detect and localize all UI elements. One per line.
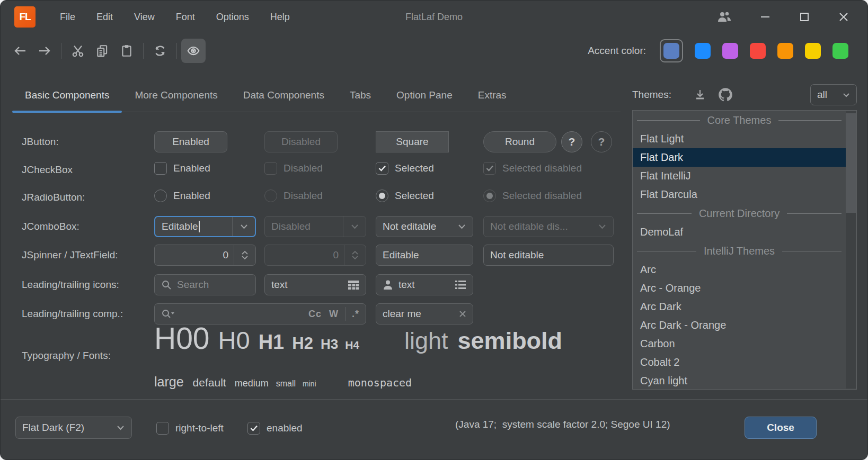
search-field[interactable]: Search: [154, 274, 256, 295]
checkbox-box: [264, 162, 277, 175]
enabled-checkbox[interactable]: enabled: [247, 422, 303, 435]
menu-font[interactable]: Font: [165, 7, 206, 27]
accent-swatch-selected[interactable]: [660, 39, 683, 62]
copy-icon[interactable]: [90, 39, 114, 63]
menu-edit[interactable]: Edit: [86, 7, 123, 27]
tab-option-pane[interactable]: Option Pane: [384, 79, 465, 112]
search-dropdown-icon[interactable]: [161, 309, 176, 319]
accent-swatch[interactable]: [722, 43, 738, 59]
enabled-button[interactable]: Enabled: [154, 131, 227, 152]
radio-circle[interactable]: [376, 190, 388, 202]
semibold-sample: semibold: [458, 327, 563, 355]
paste-icon[interactable]: [114, 39, 139, 63]
table-icon[interactable]: [348, 280, 359, 290]
combobox-disabled: Disabled: [264, 216, 366, 237]
textfield-value: Not editable: [490, 249, 544, 261]
typography-label: Typography / Fonts:: [22, 350, 111, 362]
round-button[interactable]: Round: [483, 131, 556, 152]
large-sample: large: [154, 374, 184, 390]
tab-tabs[interactable]: Tabs: [337, 79, 384, 112]
combobox-value: Not editable dis...: [484, 221, 591, 232]
text-field-person-list[interactable]: text: [376, 274, 473, 295]
accent-swatch[interactable]: [695, 43, 711, 59]
radio-circle[interactable]: [154, 190, 167, 202]
checkbox-label: Enabled: [173, 163, 210, 174]
laf-combobox-value[interactable]: Flat Dark (F2): [16, 422, 109, 434]
window-controls: [717, 11, 849, 23]
radio-enabled[interactable]: Enabled: [154, 190, 210, 202]
menu-help[interactable]: Help: [260, 7, 300, 27]
accent-swatch[interactable]: [832, 43, 848, 59]
combobox-editable[interactable]: Editable: [154, 216, 256, 237]
square-button[interactable]: Square: [376, 131, 449, 152]
forward-icon[interactable]: [32, 39, 57, 63]
chevron-down-icon[interactable]: [450, 217, 473, 237]
accent-swatch[interactable]: [805, 43, 821, 59]
back-icon[interactable]: [8, 39, 32, 63]
close-button[interactable]: Close: [745, 417, 817, 439]
checkbox-selected[interactable]: Selected: [376, 162, 434, 175]
tab-data-components[interactable]: Data Components: [231, 79, 337, 112]
whole-word-button[interactable]: W: [329, 309, 339, 320]
radio-selected[interactable]: Selected: [376, 190, 434, 202]
chevron-down-icon[interactable]: [109, 417, 131, 438]
checkbox-box[interactable]: [376, 162, 388, 175]
jbutton-label: JButton:: [22, 136, 59, 148]
text-field-table-icon[interactable]: text: [264, 274, 366, 295]
help-button[interactable]: ?: [561, 131, 582, 152]
checkbox-box[interactable]: [156, 422, 169, 435]
match-case-button[interactable]: Cc: [308, 309, 322, 320]
textfield-editable[interactable]: Editable: [376, 245, 473, 266]
spinner-disabled: 0: [264, 245, 366, 266]
github-icon[interactable]: [718, 87, 733, 102]
combobox-value[interactable]: Editable: [155, 221, 232, 233]
minimize-icon[interactable]: [759, 11, 771, 23]
textfield-value[interactable]: clear me: [383, 308, 421, 320]
rtl-checkbox[interactable]: right-to-left: [156, 422, 224, 435]
accent-swatch[interactable]: [750, 43, 766, 59]
list-icon[interactable]: [455, 280, 466, 290]
themes-filter-combo[interactable]: all: [810, 84, 857, 105]
search-icon: [161, 279, 172, 290]
clear-icon[interactable]: [459, 310, 466, 318]
close-icon[interactable]: [838, 11, 849, 23]
spinner-value[interactable]: 0: [155, 249, 234, 261]
download-icon[interactable]: [694, 88, 706, 101]
textfield-value[interactable]: Editable: [383, 249, 419, 261]
accent-swatch[interactable]: [777, 43, 793, 59]
combobox-not-editable[interactable]: Not editable: [376, 216, 473, 237]
menu-options[interactable]: Options: [206, 7, 260, 27]
spinner-up-down-icon[interactable]: [234, 245, 255, 265]
textfield-value[interactable]: text: [398, 279, 415, 291]
chevron-down-icon: [343, 217, 366, 237]
laf-combobox[interactable]: Flat Dark (F2): [15, 417, 132, 439]
radio-selected-disabled: Selected disabled: [483, 190, 582, 202]
checkbox-box[interactable]: [154, 162, 167, 175]
spinner[interactable]: 0: [154, 245, 256, 266]
checkbox-label: Disabled: [284, 163, 323, 174]
checkbox-label: right-to-left: [175, 422, 224, 434]
checkbox-enabled[interactable]: Enabled: [154, 162, 210, 175]
maximize-icon[interactable]: [799, 11, 810, 23]
chevron-down-icon[interactable]: [233, 217, 255, 236]
cut-icon[interactable]: [66, 39, 90, 63]
checkbox-label: Selected disabled: [502, 163, 582, 174]
mini-sample: mini: [303, 380, 316, 388]
leading-trailing-comp-label: Leading/trailing comp.:: [22, 308, 123, 320]
regex-button[interactable]: .*: [352, 309, 359, 320]
eye-icon[interactable]: [181, 39, 206, 63]
checkbox-box[interactable]: [247, 422, 260, 435]
menu-view[interactable]: View: [123, 7, 165, 27]
accent-swatch[interactable]: [663, 43, 679, 59]
menu-file[interactable]: File: [49, 7, 86, 27]
refresh-icon[interactable]: [148, 39, 172, 63]
tab-basic-components[interactable]: Basic Components: [12, 79, 122, 112]
combobox-value[interactable]: Not editable: [376, 221, 450, 232]
users-icon[interactable]: [717, 11, 732, 23]
textfield-value[interactable]: text: [271, 279, 288, 291]
tab-extras[interactable]: Extras: [465, 79, 519, 112]
tab-more-components[interactable]: More Components: [122, 79, 230, 112]
h0-sample: H0: [218, 326, 250, 355]
help-button-plain[interactable]: ?: [591, 131, 612, 152]
search-placeholder[interactable]: Search: [177, 279, 209, 291]
